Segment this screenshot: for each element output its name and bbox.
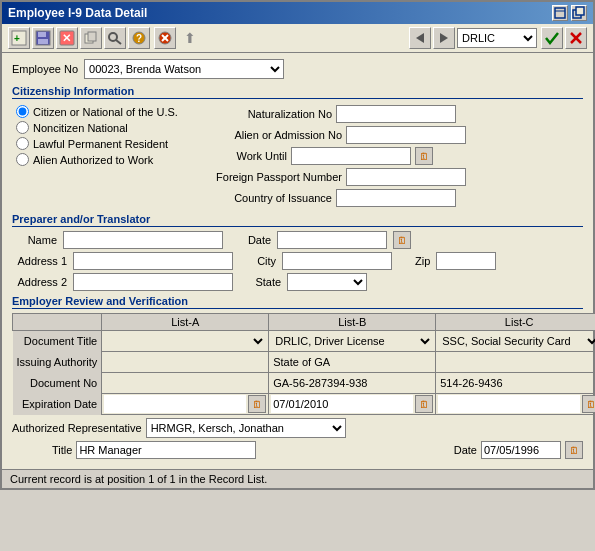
tb-new-btn[interactable]: + (8, 27, 30, 49)
list-c-issuing-cell (436, 352, 595, 373)
prep-addr2-row: Address 2 State GA AL FL (12, 273, 583, 291)
list-a-doc-no-cell (102, 373, 269, 394)
employee-row: Employee No 00023, Brenda Watson (12, 59, 583, 79)
issuing-auth-row: Issuing Authority (13, 352, 596, 373)
list-c-exp-input[interactable] (438, 395, 580, 413)
list-c-exp-cal[interactable]: 🗓 (582, 395, 595, 413)
radio-alien-label: Alien Authorized to Work (33, 154, 153, 166)
list-b-doc-title-select[interactable]: DRLIC, Driver License (271, 332, 433, 350)
prep-date-input[interactable] (277, 231, 387, 249)
list-b-issuing-input[interactable] (271, 353, 433, 371)
work-until-input[interactable] (291, 147, 411, 165)
doc-no-label: Document No (13, 373, 102, 394)
prep-city-input[interactable] (282, 252, 392, 270)
tb-prev-icon[interactable] (409, 27, 431, 49)
prep-city-label: City (251, 255, 276, 267)
list-b-doc-title-cell: DRLIC, Driver License (269, 331, 436, 352)
prep-date-cal[interactable]: 🗓 (393, 231, 411, 249)
tb-find-btn[interactable] (104, 27, 126, 49)
list-b-doc-no-input[interactable] (271, 374, 433, 392)
content: Employee No 00023, Brenda Watson Citizen… (2, 53, 593, 469)
svg-point-13 (109, 33, 117, 41)
title-label: Title (52, 444, 72, 456)
list-c-exp-cell: 🗓 (436, 394, 595, 415)
title-bar: Employee I-9 Data Detail (2, 2, 593, 24)
radio-group: Citizen or National of the U.S. Noncitiz… (12, 103, 212, 209)
preparer-section: Preparer and/or Translator Name Date 🗓 A… (12, 213, 583, 291)
issuing-auth-label: Issuing Authority (13, 352, 102, 373)
status-text: Current record is at position 1 of 1 in … (10, 473, 267, 485)
passport-row: Foreign Passport Number (212, 168, 583, 186)
list-a-issuing-cell (102, 352, 269, 373)
svg-rect-0 (555, 8, 565, 18)
tb-exit-btn[interactable] (154, 27, 176, 49)
list-a-issuing-input[interactable] (104, 353, 266, 371)
svg-marker-20 (416, 33, 424, 43)
radio-citizen-label: Citizen or National of the U.S. (33, 106, 178, 118)
list-b-exp-input[interactable] (271, 395, 413, 413)
expiration-label: Expiration Date (13, 394, 102, 415)
svg-rect-12 (88, 32, 96, 41)
radio-noncitizen-input[interactable] (16, 121, 29, 134)
auth-rep-select[interactable]: HRMGR, Kersch, Jonathan (146, 418, 346, 438)
svg-text:?: ? (136, 33, 142, 44)
icon-btn-2[interactable] (571, 5, 587, 21)
tb-x-btn[interactable] (565, 27, 587, 49)
list-a-exp-cal[interactable]: 🗓 (248, 395, 266, 413)
list-a-doc-no-input[interactable] (104, 374, 266, 392)
citizenship-header: Citizenship Information (12, 85, 583, 99)
passport-input[interactable] (346, 168, 466, 186)
radio-citizen: Citizen or National of the U.S. (16, 105, 208, 118)
country-input[interactable] (336, 189, 456, 207)
list-a-doc-title-select[interactable] (104, 332, 266, 350)
naturalization-input[interactable] (336, 105, 456, 123)
list-c-header: List-C (436, 314, 595, 331)
radio-permanent-input[interactable] (16, 137, 29, 150)
emp-date-input[interactable] (481, 441, 561, 459)
tb-next-icon[interactable] (433, 27, 455, 49)
drlic-select[interactable]: DRLIC SSC USPASSPORT (457, 28, 537, 48)
tb-delete-btn[interactable]: ✕ (56, 27, 78, 49)
prep-name-row: Name Date 🗓 (12, 231, 583, 249)
radio-alien-input[interactable] (16, 153, 29, 166)
prep-zip-input[interactable] (436, 252, 496, 270)
toolbar-right: DRLIC SSC USPASSPORT (409, 27, 587, 49)
alien-admission-row: Alien or Admission No (212, 126, 583, 144)
doc-no-row: Document No (13, 373, 596, 394)
prep-name-input[interactable] (63, 231, 223, 249)
list-b-issuing-cell (269, 352, 436, 373)
employee-select[interactable]: 00023, Brenda Watson (84, 59, 284, 79)
tb-check-btn[interactable] (541, 27, 563, 49)
auth-rep-row: Authorized Representative HRMGR, Kersch,… (12, 418, 583, 438)
list-c-issuing-input[interactable] (438, 353, 595, 371)
list-c-doc-title-select[interactable]: SSC, Social Security Card (438, 332, 595, 350)
title-date-row: Title Date 🗓 (12, 441, 583, 459)
icon-btn-1[interactable] (552, 5, 568, 21)
radio-citizen-input[interactable] (16, 105, 29, 118)
alien-admission-input[interactable] (346, 126, 466, 144)
list-b-header: List-B (269, 314, 436, 331)
tb-save-btn[interactable] (32, 27, 54, 49)
list-b-exp-cell: 🗓 (269, 394, 436, 415)
radio-noncitizen: Noncitizen National (16, 121, 208, 134)
list-b-exp-cal[interactable]: 🗓 (415, 395, 433, 413)
list-a-exp-input[interactable] (104, 395, 246, 413)
svg-text:+: + (14, 33, 20, 44)
prep-addr1-row: Address 1 City Zip (12, 252, 583, 270)
auth-rep-label: Authorized Representative (12, 422, 142, 434)
prep-addr1-input[interactable] (73, 252, 233, 270)
tb-copy-btn[interactable] (80, 27, 102, 49)
title-input[interactable] (76, 441, 256, 459)
svg-marker-21 (440, 33, 448, 43)
toolbar: + ✕ ? ⬆ (2, 24, 593, 53)
work-until-cal[interactable]: 🗓 (415, 147, 433, 165)
svg-rect-3 (576, 7, 584, 15)
prep-addr2-input[interactable] (73, 273, 233, 291)
citizenship-right-fields: Naturalization No Alien or Admission No … (212, 103, 583, 209)
radio-permanent-label: Lawful Permanent Resident (33, 138, 168, 150)
prep-state-select[interactable]: GA AL FL (287, 273, 367, 291)
naturalization-row: Naturalization No (212, 105, 583, 123)
list-c-doc-no-input[interactable] (438, 374, 595, 392)
tb-help-btn[interactable]: ? (128, 27, 150, 49)
emp-date-cal[interactable]: 🗓 (565, 441, 583, 459)
